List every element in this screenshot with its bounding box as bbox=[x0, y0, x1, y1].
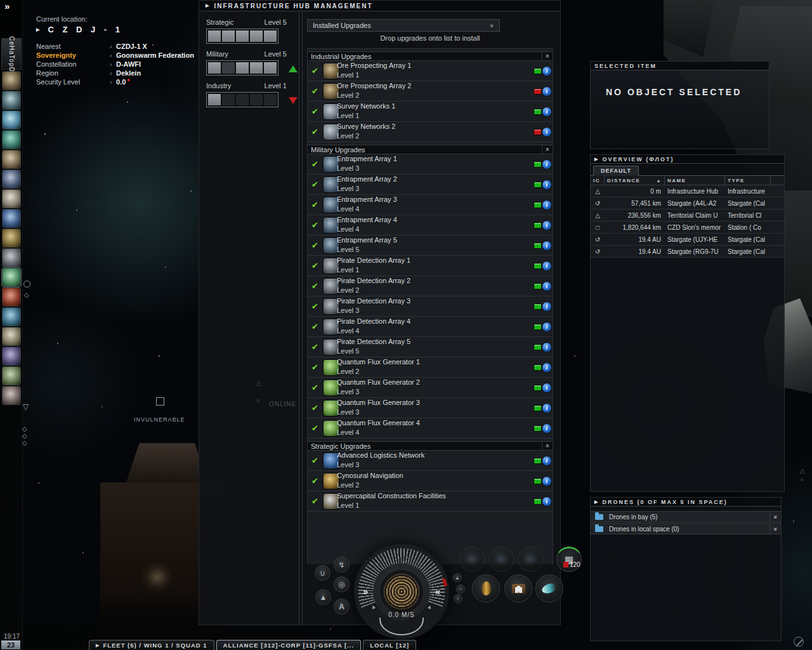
info-button[interactable]: i bbox=[542, 497, 551, 506]
neocom-expand-icon[interactable]: » bbox=[4, 1, 10, 11]
evemail-icon[interactable] bbox=[2, 110, 21, 129]
fleet-icon[interactable] bbox=[2, 288, 21, 307]
tab-alliance[interactable]: ▶ ALLIANCE [312]-CORP [11]-GSFSA [... bbox=[216, 640, 362, 650]
info-button[interactable]: i bbox=[542, 322, 551, 331]
help-icon[interactable] bbox=[2, 386, 21, 405]
column-ic[interactable]: IC bbox=[591, 176, 605, 185]
window-titlebar[interactable]: ▶ INFRASTRUCTURE HUB MANAGEMENT bbox=[199, 1, 560, 11]
online-status-led[interactable] bbox=[534, 405, 542, 411]
upgrade-section-header[interactable]: Industrial Upgrades » bbox=[308, 51, 553, 61]
upgrade-row[interactable]: ✔ Pirate Detection Array 3 Level 3 i bbox=[308, 296, 553, 317]
info-button[interactable]: i bbox=[542, 241, 551, 250]
upgrade-row[interactable]: ✔ Pirate Detection Array 5 Level 5 i bbox=[308, 337, 553, 357]
repair-module-button[interactable] bbox=[504, 574, 532, 602]
assets-icon[interactable] bbox=[2, 248, 21, 267]
collapse-section-button[interactable]: » bbox=[542, 441, 553, 451]
info-button[interactable]: i bbox=[542, 404, 551, 413]
online-status-led[interactable] bbox=[534, 129, 542, 135]
location-row[interactable]: Nearest › CZDJ-1 X bbox=[36, 42, 201, 51]
column-type[interactable]: TYPE bbox=[725, 176, 771, 185]
info-button[interactable]: i bbox=[542, 302, 551, 311]
online-status-led[interactable] bbox=[534, 222, 542, 229]
info-button[interactable]: i bbox=[542, 456, 551, 465]
online-status-led[interactable] bbox=[534, 263, 542, 269]
info-button[interactable]: i bbox=[542, 262, 551, 270]
channels-icon[interactable] bbox=[2, 130, 21, 149]
location-row[interactable]: Region › Deklein bbox=[36, 69, 201, 77]
online-status-led[interactable] bbox=[534, 324, 542, 330]
info-button[interactable]: i bbox=[542, 128, 551, 136]
edge-marker-stack[interactable]: ◇◇◇ bbox=[22, 425, 27, 446]
column-distance[interactable]: DISTANCE ▲ bbox=[605, 176, 665, 185]
throttle-max-button[interactable]: » bbox=[363, 586, 368, 597]
character-sheet-icon[interactable] bbox=[2, 71, 21, 90]
upgrade-row[interactable]: ✔ Advanced Logistics Network Level 3 i bbox=[308, 451, 553, 471]
overview-row[interactable]: □ 1,820,644 km CZD Slon's memor Station … bbox=[591, 222, 784, 234]
edge-marker-triangle[interactable]: ▽ bbox=[23, 402, 29, 411]
online-status-led[interactable] bbox=[534, 161, 542, 168]
overview-row[interactable]: △ 236,556 km Territorial Claim U Territo… bbox=[591, 209, 784, 222]
location-row[interactable]: Sovereignty › Goonswarm Federation bbox=[36, 51, 201, 60]
upgrade-row[interactable]: ✔ Quantum Flux Generator 2 Level 3 i bbox=[308, 378, 553, 398]
online-status-led[interactable] bbox=[534, 68, 542, 74]
module-slot-empty-3[interactable] bbox=[518, 547, 543, 572]
location-row[interactable]: Security Level › 0.0 bbox=[36, 77, 201, 86]
upgrade-section-header[interactable]: Military Upgrades » bbox=[308, 145, 553, 154]
info-button[interactable]: i bbox=[542, 180, 551, 189]
browser-icon[interactable] bbox=[2, 307, 21, 326]
tactical-overlay-button[interactable]: ∪ bbox=[315, 565, 331, 581]
upgrade-row[interactable]: ✔ Ore Prospecting Array 2 Level 2 i bbox=[308, 81, 553, 102]
info-button[interactable]: i bbox=[542, 201, 551, 209]
upgrade-section-header[interactable]: Strategic Upgrades » bbox=[308, 441, 553, 451]
info-button[interactable]: i bbox=[542, 363, 551, 372]
medals-icon[interactable] bbox=[2, 229, 21, 248]
online-status-led[interactable] bbox=[534, 202, 542, 208]
collapse-section-button[interactable]: » bbox=[542, 51, 553, 61]
edge-marker-circle[interactable] bbox=[23, 281, 30, 288]
propulsion-module-button[interactable] bbox=[535, 574, 563, 602]
upgrade-row[interactable]: ✔ Pirate Detection Array 4 Level 4 i bbox=[308, 317, 553, 337]
connection-status-icon[interactable] bbox=[794, 637, 804, 647]
info-button[interactable]: i bbox=[542, 107, 551, 116]
level-change-arrow[interactable] bbox=[289, 97, 298, 104]
edge-marker-diamond[interactable]: ◇ bbox=[24, 291, 29, 298]
info-button[interactable]: i bbox=[542, 160, 551, 169]
upgrade-row[interactable]: ✔ Pirate Detection Array 1 Level 1 i bbox=[308, 256, 553, 276]
module-slot-empty-2[interactable] bbox=[488, 547, 514, 572]
online-status-led[interactable] bbox=[534, 242, 542, 249]
object-bracket[interactable] bbox=[156, 397, 164, 406]
drone-group-row[interactable]: Drones in bay (5) » bbox=[591, 511, 781, 522]
expand-group-button[interactable]: » bbox=[769, 512, 781, 522]
camera-button[interactable]: ↯ bbox=[334, 557, 350, 573]
online-status-led[interactable] bbox=[534, 303, 542, 310]
upgrade-row[interactable]: ✔ Ore Prospecting Array 1 Level 1 i bbox=[308, 61, 553, 81]
notepad-icon[interactable] bbox=[2, 327, 21, 346]
drones-titlebar[interactable]: ▶ DRONES (0 OF MAX 5 IN SPACE) bbox=[591, 498, 781, 507]
info-button[interactable]: i bbox=[542, 67, 551, 76]
overview-titlebar[interactable]: ▶ OVERVIEW (ФЛОТ) bbox=[591, 155, 784, 164]
tab-fleet[interactable]: ▶ FLEET (5) / WING 1 / SQUAD 1 bbox=[89, 640, 214, 650]
tab-local[interactable]: ▶ LOCAL [12] bbox=[363, 640, 416, 650]
pilot-marker-button[interactable]: ▲ bbox=[453, 573, 462, 582]
online-status-led[interactable] bbox=[534, 498, 542, 505]
calculator-icon[interactable] bbox=[2, 366, 21, 385]
overview-row[interactable]: ↺ 57,451 km Stargate (A4L-A2 Stargate (C… bbox=[591, 197, 784, 209]
collapse-section-button[interactable]: » bbox=[542, 145, 553, 154]
upgrade-row[interactable]: ✔ Survey Networks 2 Level 2 i bbox=[308, 122, 553, 142]
online-status-led[interactable] bbox=[534, 344, 542, 350]
online-status-led[interactable] bbox=[534, 283, 542, 289]
upgrade-row[interactable]: ✔ Entrapment Array 5 Level 5 i bbox=[308, 235, 553, 256]
character-nameplate[interactable]: CeHaTopD bbox=[1, 38, 22, 70]
online-status-led[interactable] bbox=[534, 364, 542, 371]
overview-row[interactable]: ↺ 19.4 AU Stargate (UJY-HE Stargate (Cal bbox=[591, 234, 784, 246]
autopilot-button[interactable]: ▲ bbox=[315, 589, 331, 605]
upgrade-row[interactable]: ✔ Entrapment Array 4 Level 4 i bbox=[308, 215, 553, 235]
upgrade-row[interactable]: ✔ Survey Networks 1 Level 1 i bbox=[308, 102, 553, 122]
throttle-stop-button[interactable]: « bbox=[435, 586, 440, 597]
info-button[interactable]: i bbox=[542, 87, 551, 96]
info-button[interactable]: i bbox=[542, 221, 551, 230]
column-name[interactable]: NAME bbox=[665, 176, 725, 185]
upgrade-row[interactable]: ✔ Quantum Flux Generator 3 Level 3 i bbox=[308, 398, 553, 418]
online-status-led[interactable] bbox=[534, 109, 542, 115]
info-button[interactable]: i bbox=[542, 282, 551, 291]
